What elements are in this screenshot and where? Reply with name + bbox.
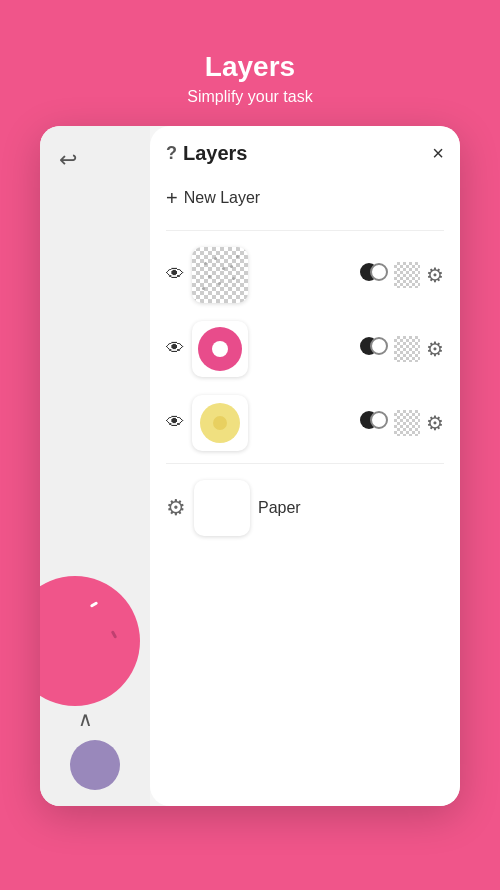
app-container: ↩ ∧ ? Layers × + New Layer xyxy=(40,126,460,806)
yellow-circle-hole xyxy=(213,416,227,430)
stipple-dot xyxy=(218,282,221,285)
blend-mode-button[interactable] xyxy=(360,335,388,363)
artwork-preview xyxy=(40,178,150,806)
left-sidebar: ↩ ∧ xyxy=(40,126,150,806)
visibility-toggle[interactable]: 👁 xyxy=(166,412,184,433)
divider-2 xyxy=(166,463,444,464)
page-header: Layers Simplify your task xyxy=(187,0,312,126)
layer-row: 👁 ⚙ xyxy=(166,315,444,383)
chevron-up-button[interactable]: ∧ xyxy=(78,707,93,731)
page-title: Layers xyxy=(187,50,312,84)
visibility-toggle[interactable]: 👁 xyxy=(166,264,184,285)
blend-circle-right xyxy=(370,337,388,355)
alpha-lock-button[interactable] xyxy=(394,262,420,288)
layer-settings-button[interactable]: ⚙ xyxy=(426,411,444,435)
layer-thumbnail[interactable] xyxy=(192,247,248,303)
layers-title: Layers xyxy=(183,142,248,165)
layers-panel-header: ? Layers × xyxy=(166,142,444,165)
stipple-dot xyxy=(204,262,207,265)
plus-icon: + xyxy=(166,187,178,210)
paper-row: ⚙ Paper xyxy=(166,474,444,542)
close-button[interactable]: × xyxy=(432,143,444,163)
stipple-dot xyxy=(202,287,205,290)
help-icon[interactable]: ? xyxy=(166,143,177,164)
alpha-lock-button[interactable] xyxy=(394,336,420,362)
layer-controls: ⚙ xyxy=(256,409,444,437)
page-subtitle: Simplify your task xyxy=(187,88,312,106)
layers-title-group: ? Layers xyxy=(166,142,248,165)
new-layer-label: New Layer xyxy=(184,189,260,207)
layer-thumbnail[interactable] xyxy=(192,321,248,377)
layer-settings-button[interactable]: ⚙ xyxy=(426,263,444,287)
visibility-toggle[interactable]: 👁 xyxy=(166,338,184,359)
stipple-dot xyxy=(236,255,239,258)
donut-thumbnail-content xyxy=(198,327,242,371)
layer-settings-button[interactable]: ⚙ xyxy=(426,337,444,361)
layer-controls: ⚙ xyxy=(256,261,444,289)
donut-background-shape xyxy=(40,576,140,706)
new-layer-button[interactable]: + New Layer xyxy=(166,183,444,214)
back-icon: ↩ xyxy=(59,147,77,173)
color-swatch[interactable] xyxy=(70,740,120,790)
stipple-dot xyxy=(230,265,233,268)
blend-circle-right xyxy=(370,263,388,281)
back-button[interactable]: ↩ xyxy=(50,142,86,178)
donut-hole xyxy=(212,341,228,357)
stipple-dot xyxy=(208,275,211,278)
layer1-content xyxy=(192,247,248,303)
divider-1 xyxy=(166,230,444,231)
layers-panel: ? Layers × + New Layer 👁 xyxy=(150,126,460,806)
layer-controls: ⚙ xyxy=(256,335,444,363)
stipple-dot xyxy=(232,277,235,280)
paper-settings-button[interactable]: ⚙ xyxy=(166,495,186,521)
stipple-dot xyxy=(222,267,225,270)
chevron-up-icon: ∧ xyxy=(78,708,93,730)
layer-thumbnail[interactable] xyxy=(192,395,248,451)
paper-label: Paper xyxy=(258,499,301,517)
alpha-lock-button[interactable] xyxy=(394,410,420,436)
layer-row: 👁 ⚙ xyxy=(166,389,444,457)
yellow-circle-content xyxy=(200,403,240,443)
blend-circle-right xyxy=(370,411,388,429)
stipple-dot xyxy=(214,257,217,260)
blend-mode-button[interactable] xyxy=(360,409,388,437)
blend-mode-button[interactable] xyxy=(360,261,388,289)
paper-thumbnail[interactable] xyxy=(194,480,250,536)
layer-row: 👁 xyxy=(166,241,444,309)
